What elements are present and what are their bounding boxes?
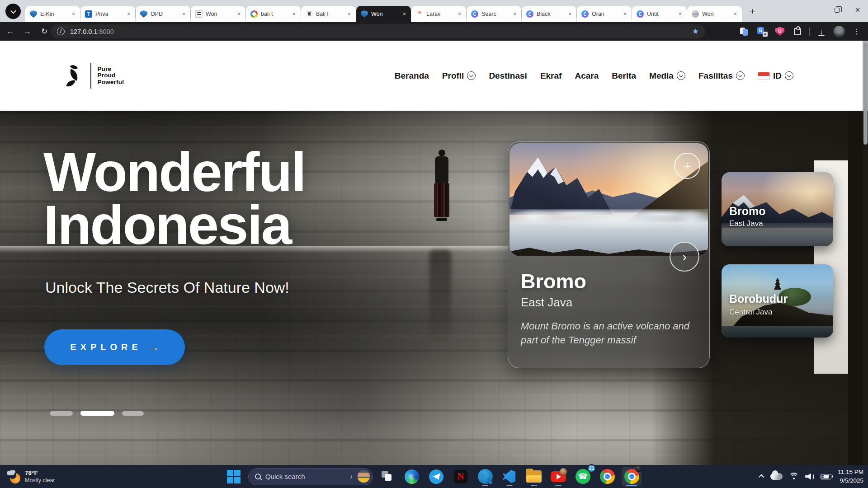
side-card-location: Central Java <box>729 308 772 317</box>
onedrive-icon[interactable] <box>770 473 783 480</box>
chrome-avatar-overlay <box>635 465 642 472</box>
bookmark-star-icon[interactable]: ★ <box>692 27 699 36</box>
carousel-next-button[interactable]: › <box>670 242 699 272</box>
volume-icon[interactable] <box>805 473 814 480</box>
browser-tab[interactable]: OPD × <box>136 6 190 22</box>
nav-item-profil[interactable]: Profil <box>442 71 476 81</box>
toolbar-separator <box>809 28 810 36</box>
netflix-taskbar-button[interactable]: N <box>451 467 471 487</box>
taskbar-center: Quick search ♪ N ☎21 <box>224 465 642 488</box>
nav-label: Profil <box>442 71 464 81</box>
taskbar-clock[interactable]: 11:15 PM 9/5/2025 <box>838 468 863 484</box>
carousel-dot[interactable] <box>122 411 144 416</box>
logo-line: Powerful <box>98 79 124 86</box>
tab-close-icon[interactable]: × <box>401 10 408 18</box>
minimize-button[interactable]: — <box>806 0 826 20</box>
google-favicon-icon <box>250 10 258 18</box>
translate-icon[interactable]: GA <box>756 26 768 38</box>
netflix-icon: N <box>454 470 467 483</box>
restore-button[interactable] <box>826 0 847 20</box>
tab-search-button[interactable] <box>5 4 21 19</box>
running-indicator <box>556 485 561 486</box>
tray-chevron-up-icon[interactable] <box>759 474 764 480</box>
explore-button[interactable]: EXPLORE → <box>44 329 185 365</box>
nav-item-media[interactable]: Media <box>649 71 685 81</box>
file-explorer-taskbar-button[interactable] <box>524 467 544 487</box>
elephant-app-icon <box>478 469 493 484</box>
nav-item-berita[interactable]: Berita <box>612 71 636 81</box>
address-bar[interactable]: i 127.0.0.1:8000 ★ <box>51 24 705 38</box>
tab-close-icon[interactable]: × <box>456 10 463 18</box>
tab-close-icon[interactable]: × <box>511 10 519 18</box>
site-logo[interactable]: Pure Proud Powerful <box>63 63 124 89</box>
browser-tab[interactable]: Won × <box>191 6 245 22</box>
tab-close-icon[interactable]: × <box>676 10 684 18</box>
tab-close-icon[interactable]: × <box>180 10 188 18</box>
tab-close-icon[interactable]: × <box>70 10 77 18</box>
browser-tab[interactable]: bali t × <box>246 6 301 22</box>
browser-tab[interactable]: E-Kin × <box>25 6 80 22</box>
adblock-extension-icon[interactable]: U <box>774 26 786 38</box>
telegram-taskbar-button[interactable] <box>426 467 446 487</box>
browser-tab[interactable]: C Searc × <box>467 6 521 22</box>
browser-tab[interactable]: Won × <box>687 6 742 22</box>
nav-item-destinasi[interactable]: Destinasi <box>489 71 527 81</box>
shield-favicon-icon <box>361 10 368 18</box>
browser-tab-active[interactable]: Won × <box>356 6 411 22</box>
browser-menu-icon[interactable]: ⋮ <box>851 26 863 38</box>
scrollbar-thumb[interactable] <box>863 42 868 145</box>
chrome-icon <box>624 469 639 484</box>
wifi-icon[interactable] <box>789 473 799 480</box>
carousel-dot-active[interactable] <box>80 411 114 416</box>
new-tab-button[interactable]: + <box>746 5 760 18</box>
side-card-borobudur[interactable]: Borobudur Central Java <box>722 264 833 338</box>
tab-close-icon[interactable]: × <box>345 10 353 18</box>
browser-tab[interactable]: C Untit × <box>632 6 687 22</box>
tab-close-icon[interactable]: × <box>621 10 629 18</box>
tab-close-icon[interactable]: × <box>566 10 574 18</box>
feature-card[interactable]: + › Bromo East Java Mount Bromo is an ac… <box>508 141 710 368</box>
task-view-button[interactable] <box>377 467 397 487</box>
browser-tab[interactable]: * Larav × <box>411 6 466 22</box>
edge-taskbar-button[interactable] <box>402 467 422 487</box>
browser-tab[interactable]: C Oran × <box>577 6 632 22</box>
tab-close-icon[interactable]: × <box>125 10 132 18</box>
carousel-dot[interactable] <box>50 411 73 416</box>
profile-avatar[interactable] <box>833 26 845 38</box>
extensions-puzzle-icon[interactable] <box>792 26 803 38</box>
browser-tab[interactable]: ♜ Bali I × <box>301 6 356 22</box>
back-button[interactable]: ← <box>3 24 17 39</box>
nav-item-ekraf[interactable]: Ekraf <box>540 71 562 81</box>
language-selector[interactable]: ID <box>758 71 793 81</box>
reload-button[interactable]: ↻ <box>37 24 52 39</box>
chrome-active-taskbar-button[interactable] <box>622 467 642 487</box>
tab-close-icon[interactable]: × <box>290 10 298 18</box>
page-scrollbar[interactable] <box>863 41 868 465</box>
taskbar-search[interactable]: Quick search ♪ <box>248 468 373 485</box>
nav-item-fasilitas[interactable]: Fasilitas <box>698 71 745 81</box>
downloads-icon[interactable]: ↓ <box>816 26 827 38</box>
reading-list-icon[interactable] <box>739 26 750 38</box>
whatsapp-taskbar-button[interactable]: ☎21 <box>573 467 593 487</box>
close-window-button[interactable]: × <box>847 0 868 20</box>
tab-close-icon[interactable]: × <box>235 10 243 18</box>
nav-item-acara[interactable]: Acara <box>575 71 599 81</box>
browser-toolbar: ← → ↻ i 127.0.0.1:8000 ★ GA U ↓ ⋮ <box>0 22 868 41</box>
taskbar-weather-widget[interactable]: 78°F Mostly clear <box>6 465 55 488</box>
browser-tab[interactable]: T Priva × <box>80 6 135 22</box>
elephant-app-taskbar-button[interactable] <box>475 467 495 487</box>
forward-button[interactable]: → <box>20 24 34 39</box>
start-button[interactable] <box>224 467 244 487</box>
running-indicator <box>482 485 488 486</box>
chrome-taskbar-button[interactable] <box>597 467 617 487</box>
youtube-taskbar-button[interactable] <box>548 467 568 487</box>
battery-icon[interactable]: ↯ <box>821 474 831 479</box>
site-info-icon[interactable]: i <box>57 28 65 35</box>
vscode-taskbar-button[interactable] <box>500 467 519 487</box>
nav-label: Fasilitas <box>698 71 733 81</box>
nav-item-beranda[interactable]: Beranda <box>395 71 429 81</box>
tab-close-icon[interactable]: × <box>731 10 739 18</box>
card-plus-button[interactable]: + <box>674 153 700 179</box>
side-card-bromo[interactable]: Bromo East Java <box>722 172 833 246</box>
browser-tab[interactable]: C Black × <box>522 6 576 22</box>
